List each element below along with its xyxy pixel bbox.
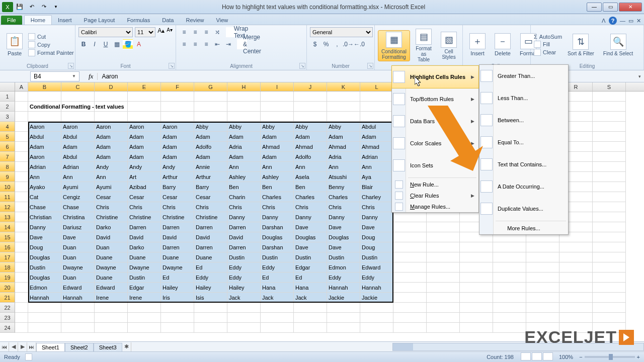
cell[interactable]: Adam xyxy=(261,152,294,162)
indent-dec-icon[interactable]: ⇤ xyxy=(212,39,222,49)
cell[interactable] xyxy=(559,283,593,293)
cell[interactable] xyxy=(95,323,128,333)
cell[interactable] xyxy=(61,313,95,323)
cell[interactable] xyxy=(460,293,493,303)
cell[interactable]: Charin xyxy=(227,192,261,202)
format-painter-button[interactable]: Format Painter xyxy=(28,49,74,56)
column-header[interactable]: I xyxy=(261,82,294,91)
cell[interactable]: Hannah xyxy=(360,283,393,293)
cell[interactable] xyxy=(593,313,626,323)
align-left-icon[interactable]: ≡ xyxy=(179,39,189,49)
cell[interactable]: Doug xyxy=(28,242,61,252)
cell[interactable] xyxy=(194,112,227,122)
number-format-select[interactable]: General xyxy=(310,27,373,37)
paste-button[interactable]: 📋 Paste xyxy=(3,32,26,58)
cell[interactable]: Danny xyxy=(227,212,261,222)
cell[interactable]: Ben xyxy=(227,182,261,192)
cell[interactable] xyxy=(559,293,593,303)
cell[interactable]: Asela xyxy=(294,172,327,182)
cell[interactable]: Ann xyxy=(294,162,327,172)
cell[interactable] xyxy=(15,212,28,222)
help-icon[interactable]: ? xyxy=(609,17,617,25)
border-button[interactable]: ▦ xyxy=(112,39,122,49)
column-header[interactable]: L xyxy=(360,82,393,91)
cell[interactable]: Darren xyxy=(194,222,227,232)
cell[interactable] xyxy=(559,242,593,252)
alignment-dialog-launcher[interactable]: ↘ xyxy=(299,63,305,69)
cell[interactable] xyxy=(427,252,460,262)
cell[interactable] xyxy=(526,303,559,313)
cell[interactable] xyxy=(593,132,626,142)
cell[interactable]: Ahmad xyxy=(294,142,327,152)
cell[interactable]: Abdul xyxy=(61,152,95,162)
minimize-ribbon-icon[interactable]: ᐱ xyxy=(602,18,606,24)
row-header[interactable]: 3 xyxy=(0,112,15,122)
cell[interactable]: David xyxy=(95,232,128,242)
cell[interactable]: Charles xyxy=(327,192,360,202)
cell[interactable]: Ann xyxy=(327,162,360,172)
cell[interactable] xyxy=(15,303,28,313)
cell[interactable] xyxy=(161,313,194,323)
cell[interactable] xyxy=(15,142,28,152)
cell[interactable] xyxy=(128,112,161,122)
cell[interactable]: Duan xyxy=(95,242,128,252)
cell[interactable]: Benny xyxy=(327,182,360,192)
cell[interactable] xyxy=(593,242,626,252)
highlight-rule-item[interactable]: Duplicate Values... xyxy=(479,198,568,220)
cell[interactable]: Ayako xyxy=(28,182,61,192)
cell[interactable] xyxy=(427,303,460,313)
cell[interactable]: Blair xyxy=(360,182,393,192)
cell[interactable] xyxy=(161,112,194,122)
cell[interactable]: Darren xyxy=(161,222,194,232)
cell[interactable] xyxy=(593,212,626,222)
cell[interactable] xyxy=(493,313,526,323)
cell[interactable] xyxy=(393,273,427,283)
cell[interactable]: Ann xyxy=(61,172,95,182)
cell[interactable] xyxy=(559,303,593,313)
cell[interactable]: Dave xyxy=(327,242,360,252)
cell[interactable] xyxy=(194,92,227,102)
cell[interactable]: Andy xyxy=(161,162,194,172)
highlight-rule-item[interactable]: Between... xyxy=(479,109,568,131)
tab-data[interactable]: Data xyxy=(156,16,180,25)
sort-filter-button[interactable]: ⇅Sort & Filter xyxy=(564,32,598,58)
cell[interactable]: Abby xyxy=(294,122,327,132)
cell[interactable] xyxy=(15,242,28,252)
cell[interactable]: Ann xyxy=(261,162,294,172)
font-color-button[interactable]: A xyxy=(134,39,144,49)
zoom-slider[interactable]: − + xyxy=(579,354,640,360)
column-header[interactable]: E xyxy=(128,82,161,91)
cell[interactable]: Duane xyxy=(128,252,161,262)
cell[interactable]: Christine xyxy=(128,212,161,222)
zoom-in-icon[interactable]: + xyxy=(637,354,640,360)
cell[interactable]: Ben xyxy=(294,182,327,192)
cell[interactable] xyxy=(593,122,626,132)
cell[interactable] xyxy=(559,252,593,262)
cell[interactable] xyxy=(593,142,626,152)
close-button[interactable]: ✕ xyxy=(619,3,642,12)
column-header[interactable]: F xyxy=(161,82,194,91)
cell[interactable] xyxy=(194,102,227,112)
cell[interactable] xyxy=(227,323,261,333)
cell[interactable]: Edward xyxy=(95,283,128,293)
cell[interactable]: Douglas xyxy=(28,252,61,262)
cell[interactable]: Abby xyxy=(194,122,227,132)
cell[interactable]: Ayumi xyxy=(95,182,128,192)
cell[interactable] xyxy=(493,293,526,303)
cell[interactable]: Dave xyxy=(28,232,61,242)
zoom-out-icon[interactable]: − xyxy=(579,354,582,360)
column-header[interactable]: K xyxy=(327,82,360,91)
cell[interactable]: Adam xyxy=(95,142,128,152)
cell[interactable]: Eddy xyxy=(327,273,360,283)
row-header[interactable]: 20 xyxy=(0,283,15,293)
cell[interactable] xyxy=(493,303,526,313)
cell[interactable]: Charley xyxy=(360,192,393,202)
cell[interactable]: Iris xyxy=(161,293,194,303)
cell[interactable]: Adam xyxy=(28,142,61,152)
cell[interactable]: Aya xyxy=(360,172,393,182)
row-header[interactable]: 16 xyxy=(0,242,15,252)
cell[interactable]: Chase xyxy=(61,202,95,212)
cell[interactable] xyxy=(393,262,427,273)
cell[interactable]: Douglas xyxy=(294,232,327,242)
cell[interactable]: Eddy xyxy=(261,262,294,273)
